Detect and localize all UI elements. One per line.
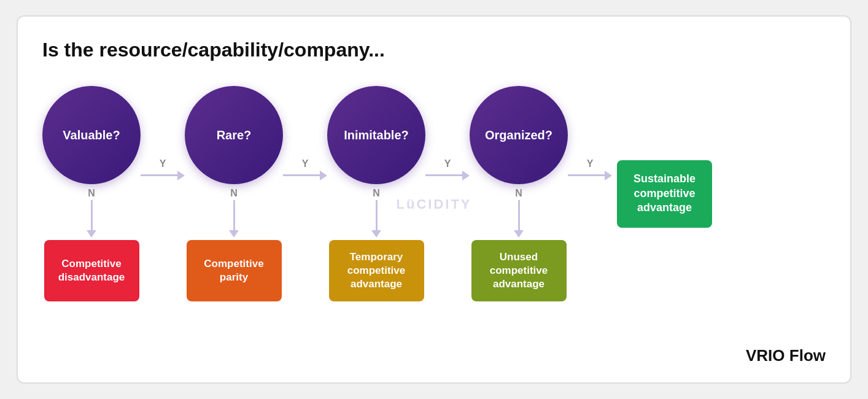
node-group-rare: Rare? N Competitive parity [185, 86, 283, 301]
n-label-rare: N [230, 188, 238, 199]
circle-rare: Rare? [185, 86, 283, 184]
down-arrow-organized: N [514, 188, 524, 238]
connector-valuable-rare: Y [141, 158, 185, 230]
outcome-box-unused: Unused competitive advantage [471, 240, 567, 301]
n-label-organized: N [515, 188, 522, 199]
h-line-4 [568, 174, 605, 176]
outcome-box-competitive-parity: Competitive parity [187, 240, 282, 301]
y-label-4: Y [587, 158, 594, 169]
node-group-valuable: Valuable? N Competitive disadvantage [42, 86, 141, 301]
circle-valuable: Valuable? [42, 86, 141, 184]
vrio-label: VRIO Flow [746, 346, 826, 365]
diagram-card: Is the resource/capability/company... Lü… [17, 15, 851, 384]
v-arrow-inimitable [371, 230, 381, 238]
main-row: Valuable? N Competitive disadvantage Y [42, 86, 826, 301]
y-label-3: Y [444, 158, 451, 169]
main-title: Is the resource/capability/company... [42, 39, 826, 61]
top-connector-io: Y [425, 158, 470, 180]
connector-inimitable-organized: Y [425, 158, 470, 230]
outcome-box-temporary: Temporary competitive advantage [329, 240, 424, 301]
h-line-3 [425, 174, 462, 176]
v-arrow-rare [229, 230, 239, 238]
down-arrow-rare: N [229, 188, 239, 238]
top-connector-vr: Y [141, 158, 185, 180]
arrow-h-line-3 [425, 171, 470, 180]
h-arrow-4 [605, 171, 612, 180]
top-connector-os: Y [568, 158, 612, 180]
n-label-valuable: N [88, 188, 95, 199]
v-line-organized [518, 200, 520, 231]
h-line-2 [283, 174, 320, 176]
n-label-inimitable: N [373, 188, 380, 199]
node-group-organized: Organized? N Unused competitive advantag… [470, 86, 568, 301]
circle-organized: Organized? [470, 86, 568, 184]
v-line-rare [233, 200, 235, 231]
connector-rare-inimitable: Y [283, 158, 327, 230]
arrow-h-line-1 [141, 171, 185, 180]
outcome-box-competitive-disadvantage: Competitive disadvantage [44, 240, 139, 301]
circle-inimitable: Inimitable? [327, 86, 425, 184]
top-connector-ri: Y [283, 158, 327, 180]
v-line-valuable [91, 200, 93, 231]
y-label-2: Y [302, 158, 309, 169]
down-arrow-valuable: N [87, 188, 96, 238]
node-group-inimitable: Inimitable? N Temporary competitive adva… [327, 86, 425, 301]
arrow-h-line-4 [568, 171, 612, 180]
arrow-h-line-2 [283, 171, 327, 180]
down-arrow-inimitable: N [371, 188, 381, 238]
y-label-1: Y [160, 158, 166, 169]
v-arrow-organized [514, 230, 524, 238]
v-arrow-valuable [87, 230, 96, 238]
h-arrow-1 [177, 171, 185, 180]
h-arrow-2 [320, 171, 327, 180]
sustainable-box: Sustainable competitive advantage [617, 160, 712, 228]
v-line-inimitable [376, 200, 378, 231]
h-arrow-3 [462, 171, 470, 180]
h-line-1 [141, 174, 177, 176]
connector-organized-sustainable: Y [568, 158, 612, 230]
